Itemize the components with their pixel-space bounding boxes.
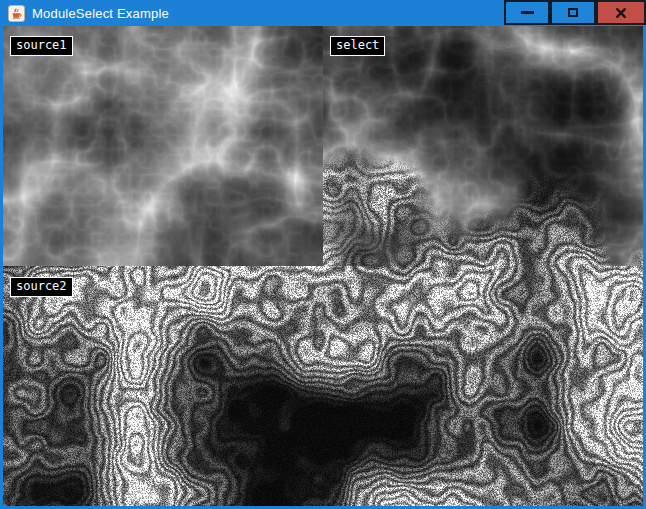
java-coffee-cup-icon [8,5,25,22]
panel-label-select: select [330,36,385,56]
close-icon [615,7,627,19]
titlebar[interactable]: ModuleSelect Example [0,0,646,26]
app-window: ModuleSelect Example source1 select sour… [0,0,646,509]
panel-label-source1: source1 [10,36,73,56]
window-title: ModuleSelect Example [32,6,169,21]
minimize-button[interactable] [504,0,550,25]
panel-label-source2: source2 [10,277,73,297]
maximize-icon [568,8,578,17]
minimize-icon [521,11,534,14]
window-controls [504,0,646,26]
maximize-button[interactable] [550,0,596,25]
noise-render-canvas [3,26,643,506]
client-area: source1 select source2 [3,26,643,506]
close-button[interactable] [596,0,646,25]
